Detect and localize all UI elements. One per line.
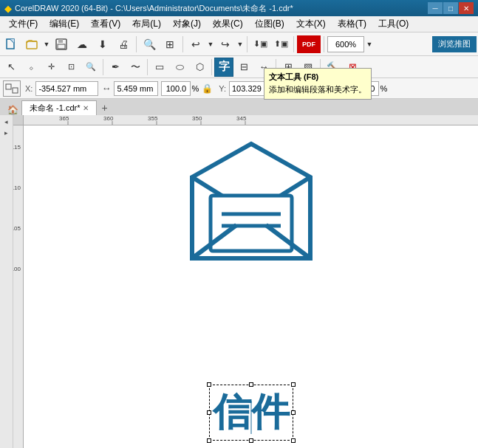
- x-input[interactable]: [35, 81, 98, 96]
- undo-button[interactable]: ↩: [186, 35, 205, 54]
- text-dashed-border: 信件: [209, 385, 293, 441]
- pen-tool[interactable]: ✒: [106, 58, 125, 77]
- import-button[interactable]: ⬇▣: [250, 35, 270, 54]
- lt-btn-1[interactable]: ◂: [1, 117, 13, 127]
- lt-btn-2[interactable]: ▸: [1, 128, 13, 138]
- handle-ml: [207, 410, 211, 415]
- ruler-corner: [13, 115, 24, 125]
- new-tab-button[interactable]: +: [97, 100, 112, 115]
- w-icon: ↔: [101, 83, 111, 94]
- table-tool[interactable]: ⊟: [234, 58, 253, 77]
- dt-sep1: [103, 59, 103, 75]
- percent1-input[interactable]: [161, 81, 191, 96]
- open-button[interactable]: [22, 35, 41, 54]
- menu-layout[interactable]: 布局(L): [126, 16, 167, 32]
- search-button[interactable]: 🔍: [140, 35, 159, 54]
- open-arrow-button[interactable]: ▼: [43, 35, 50, 54]
- dt-sep2: [147, 59, 148, 75]
- menu-tools[interactable]: 工具(O): [372, 16, 414, 32]
- minimize-button[interactable]: ─: [428, 2, 443, 14]
- percent1-container: %: [161, 81, 199, 96]
- svg-marker-2: [10, 39, 14, 43]
- undo-arrow-button[interactable]: ▼: [207, 35, 214, 54]
- ruler-115: 115: [13, 144, 21, 151]
- toolbar-separator-1: [136, 36, 137, 52]
- menu-view[interactable]: 查看(V): [85, 16, 126, 32]
- titlebar-controls: ─ □ ✕: [428, 2, 474, 14]
- ruler-ticks-svg: [24, 115, 478, 125]
- handle-tl: [207, 382, 211, 387]
- lock-icon[interactable]: 🔒: [202, 83, 213, 94]
- menu-text[interactable]: 文本(X): [290, 16, 332, 32]
- ruler-left: 115 110 105 100: [13, 125, 24, 448]
- redo-button[interactable]: ↪: [216, 35, 235, 54]
- zoom-arrow-button[interactable]: ▼: [366, 35, 373, 54]
- curve-tool[interactable]: 〜: [126, 58, 145, 77]
- browse-recommend-button[interactable]: 浏览推图: [432, 36, 477, 52]
- rectangle-tool[interactable]: ▭: [150, 58, 169, 77]
- upload-button[interactable]: ☁: [72, 35, 92, 54]
- toolbar1: ▼ ☁ ⬇ 🖨 🔍 ⊞ ↩ ▼ ↪ ▼ ⬇▣ ⬆▣ PDF 600% ▼ 浏览推…: [0, 32, 478, 56]
- text-selection-container: 信件: [209, 385, 293, 441]
- menu-object[interactable]: 对象(J): [167, 16, 207, 32]
- menu-effects[interactable]: 效果(C): [207, 16, 249, 32]
- app-icon: ◆: [4, 3, 12, 14]
- toolbar-separator-3: [247, 36, 247, 52]
- percent1-label: %: [191, 84, 199, 93]
- crop-tool[interactable]: ⊡: [61, 58, 81, 77]
- left-toolbar: ◂ ▸: [0, 115, 13, 448]
- envelope-svg: [177, 140, 325, 280]
- save-button[interactable]: [52, 35, 71, 54]
- svg-rect-14: [211, 196, 292, 251]
- page-canvas: 信件: [24, 125, 478, 448]
- grid-button[interactable]: ⊞: [160, 35, 180, 54]
- ruler-110: 110: [13, 185, 21, 191]
- text-element: 信件: [209, 385, 293, 441]
- svg-rect-7: [6, 84, 11, 89]
- export-button[interactable]: ⬆▣: [271, 35, 290, 54]
- titlebar: ◆ CorelDRAW 2020 (64-Bit) - C:\Users\Adm…: [0, 0, 478, 16]
- canvas-area[interactable]: 365 360 355 350 345 115 110 105: [13, 115, 478, 448]
- handle-bl: [207, 438, 211, 443]
- freehand-tool[interactable]: 🔍: [81, 58, 100, 77]
- percent2-label: %: [380, 84, 387, 93]
- ellipse-tool[interactable]: ⬭: [170, 58, 189, 77]
- new-button[interactable]: [1, 35, 21, 54]
- pdf-button[interactable]: PDF: [297, 35, 321, 53]
- dt-sep3: [211, 59, 212, 75]
- polygon-tool[interactable]: ⬡: [190, 58, 209, 77]
- print-button[interactable]: 🖨: [114, 35, 133, 54]
- select-tool[interactable]: ↖: [1, 58, 21, 77]
- menu-table[interactable]: 表格(T): [332, 16, 372, 32]
- menu-bitmap[interactable]: 位图(B): [249, 16, 290, 32]
- redo-arrow-button[interactable]: ▼: [236, 35, 244, 54]
- tab-close-button[interactable]: ✕: [83, 104, 89, 112]
- w-input[interactable]: [114, 81, 158, 96]
- document-tab[interactable]: 未命名 -1.cdr* ✕: [21, 100, 97, 115]
- ruler-100: 100: [13, 266, 21, 272]
- toolbar-separator-5: [324, 36, 324, 52]
- main-area: ◂ ▸ 365 360 355 350 345: [0, 115, 478, 448]
- maximize-button[interactable]: □: [443, 2, 458, 14]
- close-button[interactable]: ✕: [459, 2, 474, 14]
- menubar: 文件(F) 编辑(E) 查看(V) 布局(L) 对象(J) 效果(C) 位图(B…: [0, 16, 478, 32]
- handle-br: [291, 438, 296, 443]
- email-envelope-icon: [177, 140, 325, 283]
- svg-rect-6: [58, 44, 65, 49]
- menu-file[interactable]: 文件(F): [3, 16, 44, 32]
- transform-tool[interactable]: ✛: [41, 58, 61, 77]
- svg-rect-8: [13, 88, 18, 93]
- download-button[interactable]: ⬇: [93, 35, 112, 54]
- y-label: Y:: [219, 84, 226, 93]
- toolbar-separator-4: [293, 36, 294, 52]
- text-cursor: [250, 401, 251, 434]
- object-size-icon: [4, 82, 19, 95]
- text-tool[interactable]: 字: [214, 58, 233, 77]
- tab-label: 未命名 -1.cdr*: [30, 103, 80, 114]
- properties-bar: X: ↔ % 🔒 Y: ↕ %: [0, 78, 478, 99]
- handle-tm: [249, 382, 253, 387]
- node-tool[interactable]: ⬦: [21, 58, 41, 77]
- titlebar-text: CorelDRAW 2020 (64-Bit) - C:\Users\Admin…: [15, 3, 428, 14]
- menu-edit[interactable]: 编辑(E): [44, 16, 85, 32]
- zoom-level[interactable]: 600%: [327, 36, 364, 52]
